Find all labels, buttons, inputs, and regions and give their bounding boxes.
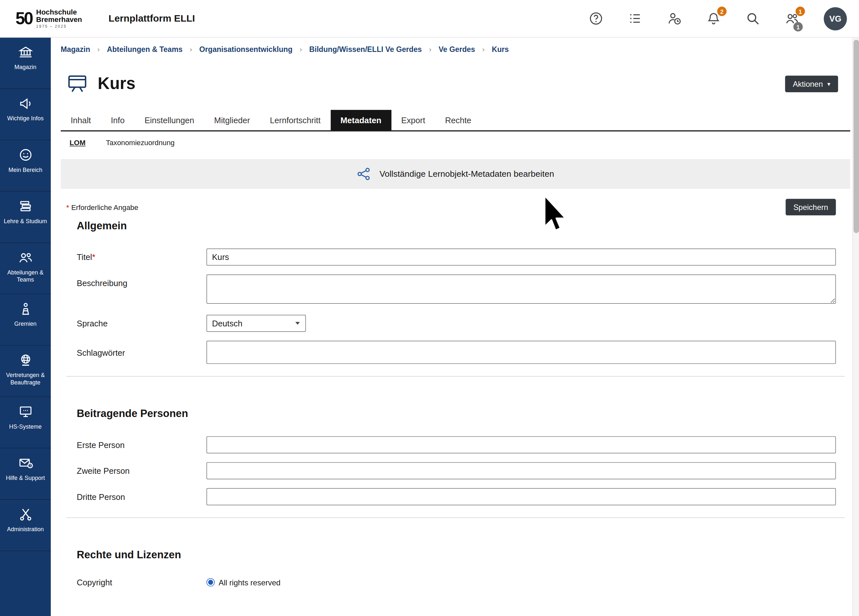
megaphone-icon (18, 96, 33, 111)
copyright-label: Copyright (77, 578, 206, 587)
form-row-dritte-person: Dritte Person (77, 488, 836, 505)
tab-export[interactable]: Export (392, 110, 435, 130)
svg-text:?: ? (29, 464, 31, 467)
breadcrumb-link-organisationsentwicklung[interactable]: Organisationsentwicklung (199, 45, 292, 53)
sidebar-item-mein-bereich[interactable]: Mein Bereich (0, 140, 51, 192)
beschreibung-field (206, 274, 836, 306)
copyright-radio-all-rights[interactable] (206, 578, 215, 587)
globe-icon (18, 353, 33, 367)
subtab-taxonomiezuordnung[interactable]: Taxonomiezuordnung (106, 139, 175, 147)
search-icon[interactable] (745, 11, 760, 26)
beschreibung-textarea[interactable] (206, 274, 836, 304)
schlagwoerter-input[interactable] (206, 341, 836, 364)
sprache-field: Deutsch (206, 315, 836, 332)
tab-lernfortschritt[interactable]: Lernfortschritt (260, 110, 331, 130)
sidebar-item-label: Hilfe & Support (6, 474, 45, 482)
schlagwoerter-field (206, 341, 836, 364)
breadcrumb-link-kurs[interactable]: Kurs (492, 45, 509, 53)
contacts-icon[interactable]: 1 1 (784, 11, 799, 26)
breadcrumb-separator: › (429, 45, 431, 53)
breadcrumb-link-bildung-wissen[interactable]: Bildung/Wissen/ELLI Ve Gerdes (309, 45, 422, 53)
sidebar-item-label: Mein Bereich (8, 166, 42, 173)
edit-full-metadata-link[interactable]: Vollständige Lernobjekt-Metadaten bearbe… (357, 167, 554, 181)
vertical-scrollbar-thumb[interactable] (854, 40, 859, 233)
course-icon (66, 72, 88, 94)
aktionen-button[interactable]: Aktionen ▾ (785, 76, 838, 92)
zweite-person-label: Zweite Person (77, 466, 206, 475)
notifications-bell-icon[interactable]: 2 (706, 11, 721, 26)
sidebar-item-label: Lehre & Studium (4, 218, 47, 225)
contacts-badge-top: 1 (795, 7, 805, 16)
beschreibung-label: Beschreibung (77, 274, 206, 288)
university-logo[interactable]: 50 Hochschule Bremerhaven 1975 – 2025 (16, 8, 82, 29)
main-sidebar: Magazin Wichtige Infos Mein Bereich (0, 38, 51, 616)
sprache-select[interactable]: Deutsch (206, 315, 306, 332)
monitor-icon (18, 404, 33, 419)
erste-person-field (206, 436, 836, 453)
page-title-group: Kurs (61, 72, 136, 94)
section-divider (66, 376, 845, 377)
breadcrumb-link-magazin[interactable]: Magazin (61, 45, 90, 53)
sprache-label: Sprache (77, 319, 206, 328)
section-heading-rechte: Rechte und Lizenzen (77, 549, 850, 561)
logo-50: 50 (16, 9, 32, 29)
titel-input[interactable] (206, 249, 836, 266)
sidebar-item-label: Magazin (14, 64, 36, 70)
breadcrumb-link-ve-gerdes[interactable]: Ve Gerdes (439, 45, 475, 53)
vertical-scrollbar-track[interactable] (853, 38, 859, 616)
required-asterisk: * (92, 252, 95, 261)
subtab-lom[interactable]: LOM (70, 139, 86, 147)
breadcrumb-link-abteilungen[interactable]: Abteilungen & Teams (107, 45, 183, 53)
help-icon[interactable] (589, 11, 603, 26)
save-button[interactable]: Speichern (786, 199, 836, 215)
sidebar-item-gremien[interactable]: Gremien (0, 294, 51, 346)
tab-einstellungen[interactable]: Einstellungen (134, 110, 204, 130)
aktionen-label: Aktionen (793, 80, 823, 88)
sidebar-item-vertretungen[interactable]: Vertretungen & Beauftragte (0, 346, 51, 397)
user-avatar[interactable]: VG (824, 7, 847, 30)
smiley-icon (18, 147, 33, 162)
required-asterisk: * (66, 203, 69, 211)
titel-label: Titel* (77, 252, 206, 261)
sidebar-item-abteilungen-teams[interactable]: Abteilungen & Teams (0, 243, 51, 294)
dritte-person-field (206, 488, 836, 505)
dritte-person-label: Dritte Person (77, 492, 206, 502)
sidebar-item-magazin[interactable]: Magazin (0, 38, 51, 89)
zweite-person-input[interactable] (206, 462, 836, 479)
books-icon (18, 199, 33, 214)
erste-person-input[interactable] (206, 436, 836, 453)
sidebar-item-hs-systeme[interactable]: HS-Systeme (0, 397, 51, 448)
required-hint: *Erforderliche Angabe (66, 203, 138, 211)
task-list-icon[interactable] (628, 11, 643, 26)
sidebar-item-label: Abteilungen & Teams (2, 269, 49, 283)
copyright-radio-group: All rights reserved (206, 578, 836, 587)
sidebar-item-hilfe-support[interactable]: ? Hilfe & Support (0, 448, 51, 500)
page-title: Kurs (98, 74, 136, 92)
breadcrumb-separator: › (190, 45, 192, 53)
banner-label: Vollständige Lernobjekt-Metadaten bearbe… (380, 169, 554, 179)
sidebar-item-wichtige-infos[interactable]: Wichtige Infos (0, 89, 51, 140)
top-header: 50 Hochschule Bremerhaven 1975 – 2025 Le… (0, 0, 859, 38)
titel-field (206, 249, 836, 266)
tab-mitglieder[interactable]: Mitglieder (204, 110, 260, 130)
logo-text: Hochschule Bremerhaven 1975 – 2025 (36, 8, 82, 29)
breadcrumb-separator: › (483, 45, 485, 53)
breadcrumb-separator: › (97, 45, 100, 53)
tab-rechte[interactable]: Rechte (435, 110, 481, 130)
zweite-person-field (206, 462, 836, 479)
tab-info[interactable]: Info (101, 110, 134, 130)
form-row-titel: Titel* (77, 249, 836, 266)
sidebar-item-administration[interactable]: Administration (0, 500, 51, 551)
mail-help-icon: ? (18, 456, 33, 471)
user-activity-icon[interactable] (667, 11, 682, 26)
tab-inhalt[interactable]: Inhalt (61, 110, 101, 130)
app-title: Lernplattform ELLI (109, 13, 195, 24)
sidebar-item-lehre-studium[interactable]: Lehre & Studium (0, 192, 51, 243)
tools-icon (18, 507, 33, 522)
dritte-person-input[interactable] (206, 488, 836, 505)
form-row-sprache: Sprache Deutsch (77, 315, 836, 332)
sprache-select-wrap: Deutsch (206, 315, 306, 332)
tab-metadaten[interactable]: Metadaten (331, 110, 392, 130)
section-heading-allgemein: Allgemein (77, 220, 850, 232)
breadcrumb-separator: › (300, 45, 302, 53)
